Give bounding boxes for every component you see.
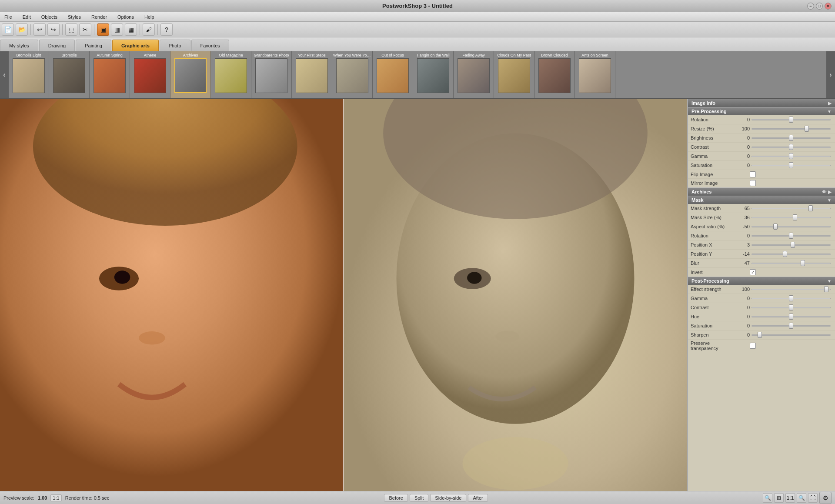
gamma-post-thumb[interactable] xyxy=(789,295,793,301)
saturation-pre-slider[interactable] xyxy=(750,162,832,169)
preset-archives[interactable]: Archives xyxy=(170,51,211,98)
resize-slider[interactable] xyxy=(750,125,832,132)
preset-bromolislight[interactable]: Bromolis Light xyxy=(9,51,49,98)
aspectratio-slider[interactable] xyxy=(750,223,832,230)
gamma-post-slider[interactable] xyxy=(750,295,832,302)
archives-eye-icon[interactable]: 👁 xyxy=(822,190,826,194)
zoom-fullscreen-button[interactable]: ⛶ xyxy=(808,493,818,503)
zoom-out-button[interactable]: 🔍 xyxy=(763,493,772,503)
view-split-button[interactable]: Split xyxy=(410,494,428,502)
hue-slider[interactable] xyxy=(750,313,832,320)
zoom-fit-button[interactable]: ⊞ xyxy=(774,493,784,503)
preset-outoffocus[interactable]: Out of Focus xyxy=(373,51,413,98)
postprocessing-header[interactable]: Post-Processing ▼ xyxy=(688,277,835,285)
preset-fadingaway[interactable]: Fading Away xyxy=(454,51,494,98)
tab-drawing[interactable]: Drawing xyxy=(39,40,75,51)
tab-painting[interactable]: Painting xyxy=(76,40,111,51)
preservetransparency-checkbox[interactable] xyxy=(750,343,756,349)
saturation-pre-thumb[interactable] xyxy=(789,162,793,168)
preprocessing-header[interactable]: Pre-Processing ▼ xyxy=(688,107,835,115)
preprocessing-collapse-icon[interactable]: ▼ xyxy=(827,109,832,114)
mode-single-button[interactable]: ▣ xyxy=(97,23,109,36)
effectstrength-slider[interactable] xyxy=(750,286,832,293)
saturation-post-thumb[interactable] xyxy=(789,323,793,329)
resize-thumb[interactable] xyxy=(805,126,809,132)
paint-button[interactable]: 🖌 xyxy=(143,23,155,36)
preset-antsonscreen[interactable]: Ants on Screen xyxy=(575,51,615,98)
maximize-button[interactable]: □ xyxy=(816,3,823,10)
preset-whenyou[interactable]: When You Were Young xyxy=(332,51,373,98)
open-button[interactable]: 📂 xyxy=(16,23,28,36)
zoom-1to1-button[interactable]: 1:1 xyxy=(785,493,795,503)
new-button[interactable]: 📄 xyxy=(2,23,14,36)
invert-checkbox[interactable] xyxy=(750,269,756,275)
positionx-slider[interactable] xyxy=(750,241,832,248)
masksize-thumb[interactable] xyxy=(793,214,797,220)
preset-brownclouded[interactable]: Brown Clouded xyxy=(534,51,575,98)
positionx-thumb[interactable] xyxy=(791,242,795,248)
archives-expand-icon[interactable]: ▶ xyxy=(828,190,832,194)
tab-graphicarts[interactable]: Graphic arts xyxy=(112,40,159,51)
blur-thumb[interactable] xyxy=(801,260,805,266)
rotation-slider[interactable] xyxy=(750,116,832,123)
redo-button[interactable]: ↪ xyxy=(47,23,60,36)
gamma-thumb[interactable] xyxy=(789,153,793,159)
masksize-slider[interactable] xyxy=(750,214,832,221)
menu-styles[interactable]: Styles xyxy=(65,13,84,20)
sharpen-slider[interactable] xyxy=(750,331,832,338)
strip-next-arrow[interactable]: › xyxy=(826,51,835,98)
menu-edit[interactable]: Edit xyxy=(20,13,33,20)
strip-prev-arrow[interactable]: ‹ xyxy=(0,51,9,98)
minimize-button[interactable]: − xyxy=(807,3,814,10)
preset-hangin[interactable]: Hangin on the Wall xyxy=(413,51,454,98)
image-info-header[interactable]: Image Info ▶ xyxy=(688,99,835,107)
preset-cloudsonmy[interactable]: Clouds On My Past xyxy=(494,51,534,98)
select-button[interactable]: ⬚ xyxy=(65,23,77,36)
preset-autumnspring[interactable]: Autumn Spring xyxy=(90,51,130,98)
sharpen-thumb[interactable] xyxy=(758,332,762,338)
menu-help[interactable]: Help xyxy=(142,13,157,20)
menu-render[interactable]: Render xyxy=(89,13,110,20)
menu-file[interactable]: File xyxy=(2,13,15,20)
preset-grandparents[interactable]: Grandparents Photo xyxy=(251,51,292,98)
close-button[interactable]: × xyxy=(825,3,832,10)
positiony-thumb[interactable] xyxy=(783,251,787,257)
view-after-button[interactable]: After xyxy=(468,494,488,502)
image-info-expand-icon[interactable]: ▶ xyxy=(828,101,832,106)
tab-photo[interactable]: Photo xyxy=(160,40,190,51)
crop-button[interactable]: ✂ xyxy=(79,23,91,36)
preset-athene[interactable]: Athene xyxy=(130,51,170,98)
maskstrength-slider[interactable] xyxy=(750,205,832,212)
zoom-in-button[interactable]: 🔍 xyxy=(797,493,806,503)
mask-collapse-icon[interactable]: ▼ xyxy=(827,198,832,203)
menu-objects[interactable]: Objects xyxy=(39,13,60,20)
saturation-post-slider[interactable] xyxy=(750,322,832,329)
view-before-button[interactable]: Before xyxy=(384,494,407,502)
mirrorimage-checkbox[interactable] xyxy=(750,180,756,186)
settings-button[interactable]: ⚙ xyxy=(819,492,832,504)
rotation-thumb[interactable] xyxy=(789,117,793,123)
gamma-slider[interactable] xyxy=(750,153,832,160)
mode-triple-button[interactable]: ▦ xyxy=(125,23,137,36)
tab-mystyles[interactable]: My styles xyxy=(0,40,38,51)
flipimage-checkbox[interactable] xyxy=(750,171,756,177)
tab-favorites[interactable]: Favorites xyxy=(191,40,229,51)
positiony-slider[interactable] xyxy=(750,250,832,257)
archives-header[interactable]: Archives 👁 ▶ xyxy=(688,188,835,196)
brightness-slider[interactable] xyxy=(750,134,832,141)
view-sidebyside-button[interactable]: Side-by-side xyxy=(430,494,466,502)
menu-options[interactable]: Options xyxy=(115,13,137,20)
contrast-slider[interactable] xyxy=(750,144,832,150)
undo-button[interactable]: ↩ xyxy=(33,23,46,36)
contrast-post-thumb[interactable] xyxy=(789,304,793,310)
help-button[interactable]: ? xyxy=(160,23,173,36)
maskstrength-thumb[interactable] xyxy=(808,205,813,211)
mask-header[interactable]: Mask ▼ xyxy=(688,196,835,204)
contrast-thumb[interactable] xyxy=(789,144,793,150)
mode-dual-button[interactable]: ▥ xyxy=(111,23,123,36)
blur-slider[interactable] xyxy=(750,260,832,267)
rotation-mask-slider[interactable] xyxy=(750,232,832,239)
effectstrength-thumb[interactable] xyxy=(824,286,828,292)
preset-bromolis[interactable]: Bromolis xyxy=(49,51,90,98)
hue-thumb[interactable] xyxy=(789,314,793,320)
